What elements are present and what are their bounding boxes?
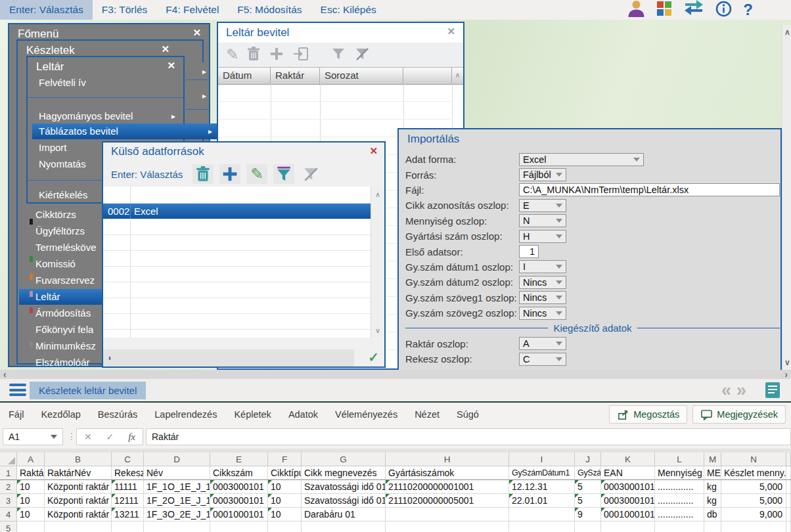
cell[interactable] xyxy=(655,521,704,532)
import-doc-icon[interactable] xyxy=(292,46,309,64)
fomenu-close-icon[interactable]: ✕ xyxy=(192,27,201,39)
ribbon-tab-fájl[interactable]: Fájl xyxy=(0,403,32,426)
kulso-close-icon[interactable]: ✕ xyxy=(369,145,378,157)
cell[interactable]: kg xyxy=(704,494,721,508)
field-number-input[interactable]: 1 xyxy=(519,245,539,258)
cell[interactable]: 5 xyxy=(575,480,601,494)
delete-icon[interactable] xyxy=(246,46,261,64)
cell[interactable]: 21110200000005001 xyxy=(386,494,509,508)
apps-grid-icon[interactable] xyxy=(656,1,672,19)
column-header-D[interactable]: D xyxy=(144,453,210,466)
leltar-bevitel-close-icon[interactable]: ✕ xyxy=(447,26,455,37)
column-header-B[interactable]: B xyxy=(45,453,112,466)
task-list-icon[interactable] xyxy=(765,382,780,401)
scroll-up-icon[interactable]: ∧ xyxy=(371,187,384,199)
cell[interactable]: Raktár xyxy=(17,466,45,480)
transfer-arrows-icon[interactable] xyxy=(683,0,704,20)
ribbon-tab-beszúrás[interactable]: Beszúrás xyxy=(89,403,146,426)
add-icon[interactable] xyxy=(219,164,240,184)
field-select[interactable]: Nincs xyxy=(519,291,566,304)
cell[interactable]: ME xyxy=(704,466,721,480)
row-header-4[interactable]: 4 xyxy=(0,508,17,521)
column-header-G[interactable]: G xyxy=(302,453,386,466)
help-icon[interactable]: ? xyxy=(743,2,753,18)
cell[interactable]: 0001000101 xyxy=(210,508,268,521)
cell[interactable]: 0003000101 xyxy=(210,494,268,508)
scroll-right-icon[interactable]: › xyxy=(784,370,788,379)
column-header-L[interactable]: L xyxy=(655,453,704,466)
edit-icon[interactable]: ✎ xyxy=(226,47,238,62)
tabs-scroll-left-icon[interactable]: « xyxy=(721,380,731,401)
user-icon[interactable] xyxy=(627,0,645,20)
top-menu-f3[interactable]: F3: Törlés xyxy=(93,0,157,20)
field-select[interactable]: Nincs xyxy=(519,276,566,289)
cell[interactable] xyxy=(509,521,575,532)
cell[interactable]: Központi raktár xyxy=(45,494,112,508)
filter-icon[interactable] xyxy=(330,46,346,64)
cell[interactable]: 10 xyxy=(17,480,45,494)
cell[interactable]: 10 xyxy=(268,508,302,521)
cell[interactable] xyxy=(386,508,509,521)
field-text-input[interactable]: C:\A_MUNKA\NmTerm\temp\Leltár.xlsx xyxy=(519,183,780,196)
cell[interactable]: Mennyiség xyxy=(655,466,704,480)
filter-icon[interactable] xyxy=(273,164,294,184)
cell[interactable]: 10 xyxy=(268,480,302,494)
confirm-check-icon[interactable]: ✓ xyxy=(368,349,379,365)
column-header[interactable]: Dátum xyxy=(218,68,271,84)
cell[interactable]: 1F_1O_1E_J_1C xyxy=(144,480,210,494)
cell[interactable]: Központi raktár xyxy=(45,480,112,494)
formula-input[interactable]: Raktár xyxy=(146,428,791,445)
cell[interactable]: 11111 xyxy=(112,480,144,494)
cell[interactable] xyxy=(210,521,268,532)
field-select[interactable]: H xyxy=(519,230,566,243)
top-menu-esc[interactable]: Esc: Kilépés xyxy=(311,0,386,20)
cell[interactable]: 10 xyxy=(268,494,302,508)
cell[interactable] xyxy=(575,521,601,532)
cell[interactable]: EAN xyxy=(601,466,655,480)
cell[interactable]: 0001000101 xyxy=(601,508,655,521)
column-header-E[interactable]: E xyxy=(210,453,268,466)
cell[interactable]: 0003000101 xyxy=(210,480,268,494)
cell[interactable]: Cikkszám xyxy=(210,466,268,480)
cell[interactable] xyxy=(144,521,210,532)
cell[interactable]: 12.12.31 xyxy=(509,480,575,494)
column-header-K[interactable]: K xyxy=(601,453,655,466)
row-header-1[interactable]: 1 xyxy=(0,466,17,480)
filter-clear-icon[interactable] xyxy=(354,46,370,64)
cell[interactable]: 12111 xyxy=(112,494,144,508)
field-select[interactable]: I xyxy=(519,260,566,273)
column-header-M[interactable]: M xyxy=(704,453,721,466)
cell[interactable]: Cikk megnevezés xyxy=(302,466,386,480)
cell[interactable]: 1F_2O_1E_J_1C xyxy=(144,494,210,508)
cell[interactable]: Készlet menny. xyxy=(721,466,786,480)
menu-hamburger-icon[interactable] xyxy=(9,384,26,399)
cell[interactable]: Gyártásiszámok xyxy=(386,466,509,480)
tab-keszletek-leltar-bevitel[interactable]: Készletek leltár bevitel xyxy=(30,382,146,399)
add-icon[interactable] xyxy=(269,46,284,64)
cell[interactable] xyxy=(509,508,575,521)
cell[interactable]: Darabáru 01 xyxy=(302,508,386,521)
column-header-A[interactable]: A xyxy=(17,453,45,466)
cell[interactable]: Szavatossági idő 01 xyxy=(302,494,386,508)
scroll-up-icon[interactable]: ∧ xyxy=(452,68,463,84)
ribbon-tab-kezdőlap[interactable]: Kezdőlap xyxy=(32,403,89,426)
cell[interactable] xyxy=(45,521,112,532)
select-all-corner[interactable] xyxy=(0,453,17,466)
cell[interactable]: db xyxy=(704,508,721,521)
cell[interactable]: .............. xyxy=(655,508,704,521)
info-icon[interactable] xyxy=(715,1,732,20)
cell[interactable] xyxy=(302,521,386,532)
ribbon-tab-képletek[interactable]: Képletek xyxy=(225,403,279,426)
field-select[interactable]: Excel xyxy=(519,153,644,166)
scroll-down-icon[interactable]: ∨ xyxy=(784,359,790,366)
cell[interactable]: Rekesz xyxy=(112,466,144,480)
ribbon-tab-lapelrendezés[interactable]: Lapelrendezés xyxy=(146,403,225,426)
cell[interactable]: 5,000 xyxy=(721,480,786,494)
cell[interactable]: 5,000 xyxy=(721,494,786,508)
scroll-left-icon[interactable]: ‹ xyxy=(3,370,7,379)
cell[interactable]: 10 xyxy=(17,494,45,508)
name-box[interactable]: A1 xyxy=(3,428,63,445)
cell[interactable]: 1F_3O_2E_J_1C xyxy=(144,508,210,521)
kulso-vertical-scrollbar[interactable]: ∧ ∨ xyxy=(371,187,384,338)
column-header-C[interactable]: C xyxy=(112,453,144,466)
